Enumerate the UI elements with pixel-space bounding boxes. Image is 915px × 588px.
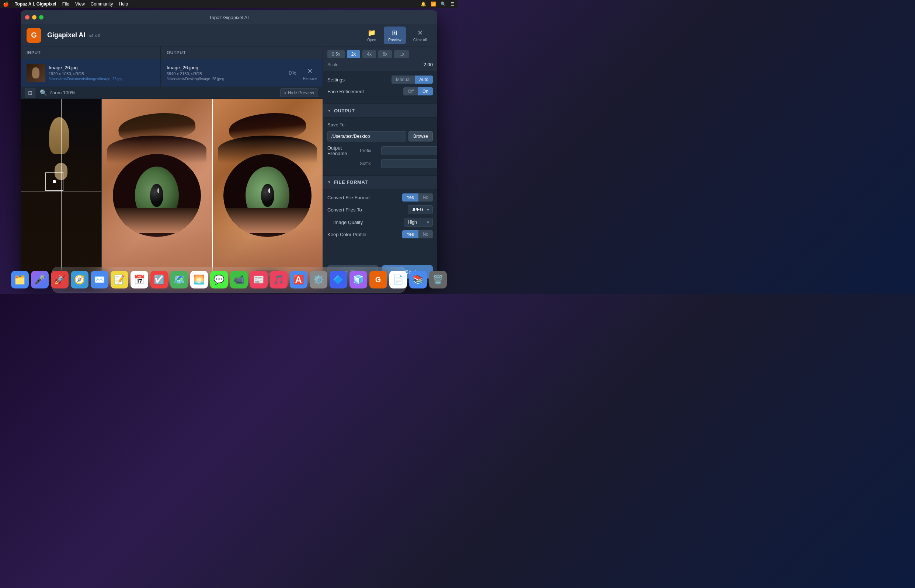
output-filename: Image_26.jpeg [167,65,285,70]
keep-color-no-button[interactable]: No [418,230,433,238]
keep-color-yes-button[interactable]: Yes [402,230,418,238]
view-menu-item[interactable]: View [75,2,85,6]
dock-item-music[interactable]: 🎵 [270,271,288,289]
convert-no-button[interactable]: No [418,194,433,202]
window-controls [25,15,44,19]
output-section-title: OUTPUT [334,108,355,113]
quality-select-wrapper: High Medium Low ▼ [404,218,433,226]
close-button[interactable] [25,15,29,19]
dock-item-messages[interactable]: 💬 [210,271,228,289]
preview-toolbar: ⊡ 🔍 Zoom 100% ▪ Hide Preview [21,87,322,99]
dock-item-news[interactable]: 📰 [250,271,268,289]
save-to-row: Save To [327,122,433,128]
clear-all-button[interactable]: ✕ Clear All [409,26,431,44]
dock-item-mail[interactable]: ✉️ [91,271,109,289]
preview-original-panel: Original [21,99,102,283]
menu-icon[interactable]: ☰ [450,2,455,6]
convert-format-label: Convert File Format [327,195,370,200]
dock-item-safari[interactable]: 🧭 [71,271,89,289]
convert-yes-button[interactable]: Yes [402,194,418,202]
app-name-group: Gigapixel AI v4.4.0 [47,31,100,39]
scale-value-row: Scale 2.00 [323,60,437,71]
save-path-input[interactable] [327,131,406,142]
maximize-button[interactable] [39,15,44,19]
scale-6x-button[interactable]: 6x [378,50,392,58]
file-format-content: Convert File Format Yes No Convert Files… [323,189,437,247]
dock-item-siri[interactable]: 🎤 [31,271,49,289]
browse-button[interactable]: Browse [408,131,433,142]
settings-row: Settings Manual Auto [327,76,433,84]
format-select[interactable]: JPEG PNG TIFF [408,205,433,214]
app-name: Gigapixel AI v4.4.0 [47,31,100,39]
file-output-info: Image_26.jpeg 3840 x 2160, sRGB /Users/t… [167,65,285,81]
preview-button[interactable]: ⊞ Preview [384,26,406,44]
horizontal-guide [21,191,101,192]
output-section-header[interactable]: ▼ OUTPUT [323,104,437,118]
save-to-label: Save To [327,122,345,128]
menu-bar: 🍎 Topaz A.I. Gigapixel File View Communi… [0,0,458,8]
input-dimensions: 1920 x 1080, sRGB [49,71,154,76]
remove-button[interactable]: ✕ [303,66,317,77]
quality-select[interactable]: High Medium Low [404,218,433,226]
app-menu-item[interactable]: Topaz A.I. Gigapixel [15,2,57,6]
output-path: /Users/test/Desktop/Image_26.jpeg [167,77,285,81]
dock-item-gigapixel[interactable]: G [369,271,387,289]
dock-item-launchpad[interactable]: 🚀 [51,271,68,289]
face-refinement-label: Face Refinement [327,89,364,94]
search-icon[interactable]: 🔍 [440,2,446,6]
help-menu-item[interactable]: Help [119,2,128,6]
minimize-button[interactable] [32,15,37,19]
selection-dot [53,180,56,183]
dock-item-notes[interactable]: 📝 [110,271,128,289]
convert-format-toggle: Yes No [402,194,433,202]
original-eye-view [102,99,212,283]
prefix-sublabel: Prefix [360,148,378,153]
dock-item-calendar[interactable]: 📅 [131,271,148,289]
apple-menu[interactable]: 🍎 [3,2,9,7]
scale-custom-button[interactable]: ...x [394,50,409,58]
suffix-row: Suffix [327,159,433,168]
selection-box[interactable] [45,173,63,191]
dock-item-photos[interactable]: 🌅 [190,271,208,289]
suffix-sublabel: Suffix [360,161,378,166]
dock-item-appshelf[interactable]: 📚 [409,271,427,289]
file-format-section-header[interactable]: ▼ FILE FORMAT [323,175,437,189]
open-button[interactable]: 📁 Open [363,26,381,44]
dock-item-topaz[interactable]: 🧊 [350,271,367,289]
file-row: Image_26.jpg 1920 x 1080, sRGB /Users/te… [21,59,322,87]
community-menu-item[interactable]: Community [91,2,113,6]
scale-0-5x-button[interactable]: 0.5x [327,50,345,58]
dock-item-systemprefs[interactable]: ⚙️ [310,271,327,289]
face-on-button[interactable]: On [418,87,433,95]
scale-4x-button[interactable]: 4x [363,50,376,58]
convert-to-label: Convert Files To [327,207,362,213]
dock-item-altair[interactable]: 🔷 [330,271,347,289]
suffix-input[interactable] [381,159,437,168]
file-menu-item[interactable]: File [62,2,69,6]
manual-button[interactable]: Manual [392,76,415,84]
dock-item-trash[interactable]: 🗑️ [429,271,447,289]
scale-label: Scale [327,62,338,68]
dock-item-facetime[interactable]: 📹 [230,271,248,289]
wifi-icon[interactable]: 📶 [431,2,436,6]
notification-icon[interactable]: 🔔 [421,2,426,6]
dock-item-reminders[interactable]: ☑️ [151,271,168,289]
settings-toggle: Manual Auto [392,76,433,84]
scale-2x-button[interactable]: 2x [347,50,361,58]
convert-format-row: Convert File Format Yes No [327,194,433,202]
output-section-content: Save To Browse Output Filename Prefix Su… [323,118,437,175]
dock-item-maps[interactable]: 🗺️ [170,271,188,289]
preview-eye-canvas [213,99,323,283]
dock-item-docviewer[interactable]: 📄 [389,271,407,289]
hide-preview-button[interactable]: ▪ Hide Preview [280,89,318,97]
prefix-input[interactable] [381,146,437,155]
layout-button[interactable]: ⊡ [25,88,36,98]
scale-value: 2.00 [424,62,433,68]
auto-button[interactable]: Auto [415,76,433,84]
right-panel: 0.5x 2x 4x 6x ...x Scale 2.00 Settings M… [323,47,437,283]
output-dimensions: 3840 x 2160, sRGB [167,71,285,76]
app-logo: G [26,28,41,43]
dock-item-finder[interactable]: 🗂️ [11,271,29,289]
face-off-button[interactable]: Off [403,87,418,95]
dock-item-appstore[interactable]: 🅰️ [290,271,308,289]
